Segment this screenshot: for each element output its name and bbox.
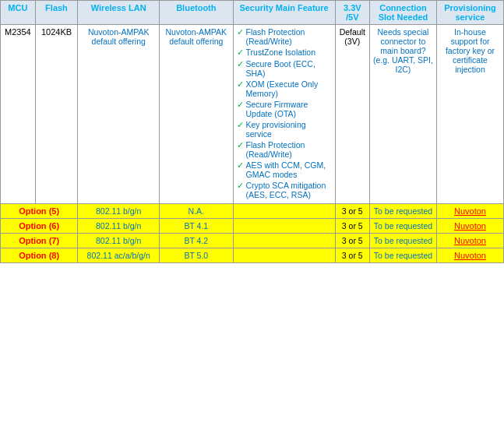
check-icon-8: ✓ (237, 160, 244, 171)
security-opt6 (233, 219, 335, 234)
check-icon-1: ✓ (237, 27, 244, 37)
check-icon-6: ✓ (237, 120, 244, 130)
wireless-m2354: Nuvoton-AMPAK default offering (78, 25, 160, 204)
option6-label: Option (6) (1, 219, 78, 234)
check-icon-2: ✓ (237, 48, 244, 58)
check-icon-4: ✓ (237, 79, 244, 90)
security-item-5: ✓ Secure Firmware Update (OTA) (237, 100, 332, 118)
voltage-opt7: 3 or 5 (335, 234, 369, 248)
security-item-8: ✓ AES with CCM, CGM, GMAC modes (237, 160, 332, 179)
security-item-2: ✓ TrustZone Isolation (237, 48, 332, 58)
security-opt8 (233, 248, 335, 263)
option8-label: Option (8) (1, 248, 78, 263)
check-icon-3: ✓ (237, 59, 244, 69)
bt-opt5: N.A. (160, 204, 233, 219)
security-label-5: Secure Firmware Update (OTA) (246, 100, 332, 118)
connection-opt6: To be requested (369, 219, 436, 234)
wireless-opt7: 802.11 b/g/n (78, 234, 160, 248)
main-table: MCU Flash Wireless LAN Bluetooth Securit… (0, 0, 504, 263)
check-icon-9: ✓ (237, 181, 244, 191)
bt-opt7: BT 4.2 (160, 234, 233, 248)
security-label-9: Crypto SCA mitigation (AES, ECC, RSA) (246, 181, 332, 199)
bt-m2354: Nuvoton-AMPAK default offering (160, 25, 233, 204)
check-icon-5: ✓ (237, 100, 244, 110)
header-provisioning: Provisioning service (436, 1, 503, 25)
wireless-opt8: 802.11 ac/a/b/g/n (78, 248, 160, 263)
header-wireless: Wireless LAN (78, 1, 160, 25)
security-label-8: AES with CCM, CGM, GMAC modes (246, 160, 332, 179)
security-opt7 (233, 234, 335, 248)
option5-label: Option (5) (1, 204, 78, 219)
connection-opt5: To be requested (369, 204, 436, 219)
connection-opt7: To be requested (369, 234, 436, 248)
option7-label: Option (7) (1, 234, 78, 248)
voltage-opt6: 3 or 5 (335, 219, 369, 234)
provisioning-opt6: Nuvoton (436, 219, 503, 234)
security-label-2: TrustZone Isolation (246, 48, 316, 57)
provisioning-m2354: In-house support for factory key or cert… (436, 25, 503, 204)
security-label-7: Flash Protection (Read/Write) (246, 140, 332, 159)
table-row-opt5: Option (5) 802.11 b/g/n N.A. 3 or 5 To b… (1, 204, 504, 219)
provisioning-opt8: Nuvoton (436, 248, 503, 263)
table-row-opt7: Option (7) 802.11 b/g/n BT 4.2 3 or 5 To… (1, 234, 504, 248)
bt-opt6: BT 4.1 (160, 219, 233, 234)
table-row-opt6: Option (6) 802.11 b/g/n BT 4.1 3 or 5 To… (1, 219, 504, 234)
security-item-3: ✓ Secure Boot (ECC, SHA) (237, 59, 332, 78)
security-item-9: ✓ Crypto SCA mitigation (AES, ECC, RSA) (237, 181, 332, 199)
header-flash: Flash (35, 1, 78, 25)
mcu-m2354: M2354 (1, 25, 36, 204)
wireless-opt6: 802.11 b/g/n (78, 219, 160, 234)
security-item-1: ✓ Flash Protection (Read/Write) (237, 27, 332, 46)
security-label-3: Secure Boot (ECC, SHA) (246, 59, 332, 78)
check-icon-7: ✓ (237, 140, 244, 150)
voltage-opt5: 3 or 5 (335, 204, 369, 219)
wireless-opt5: 802.11 b/g/n (78, 204, 160, 219)
security-label-1: Flash Protection (Read/Write) (246, 27, 332, 46)
provisioning-opt7: Nuvoton (436, 234, 503, 248)
header-mcu: MCU (1, 1, 36, 25)
voltage-opt8: 3 or 5 (335, 248, 369, 263)
header-connection: Connection Slot Needed (369, 1, 436, 25)
flash-m2354: 1024KB (35, 25, 78, 204)
voltage-m2354: Default (3V) (335, 25, 369, 204)
security-label-4: XOM (Execute Only Memory) (246, 79, 332, 98)
security-item-4: ✓ XOM (Execute Only Memory) (237, 79, 332, 98)
connection-opt8: To be requested (369, 248, 436, 263)
provisioning-opt5: Nuvoton (436, 204, 503, 219)
security-opt5 (233, 204, 335, 219)
header-security: Security Main Feature (233, 1, 335, 25)
security-m2354: ✓ Flash Protection (Read/Write) ✓ TrustZ… (233, 25, 335, 204)
security-label-6: Key provisioning service (246, 120, 332, 139)
security-item-6: ✓ Key provisioning service (237, 120, 332, 139)
bt-opt8: BT 5.0 (160, 248, 233, 263)
security-item-7: ✓ Flash Protection (Read/Write) (237, 140, 332, 159)
header-voltage: 3.3V /5V (335, 1, 369, 25)
table-row-opt8: Option (8) 802.11 ac/a/b/g/n BT 5.0 3 or… (1, 248, 504, 263)
header-bluetooth: Bluetooth (160, 1, 233, 25)
connection-m2354: Needs special connector to main board? (… (369, 25, 436, 204)
table-row-m2354: M2354 1024KB Nuvoton-AMPAK default offer… (1, 25, 504, 204)
